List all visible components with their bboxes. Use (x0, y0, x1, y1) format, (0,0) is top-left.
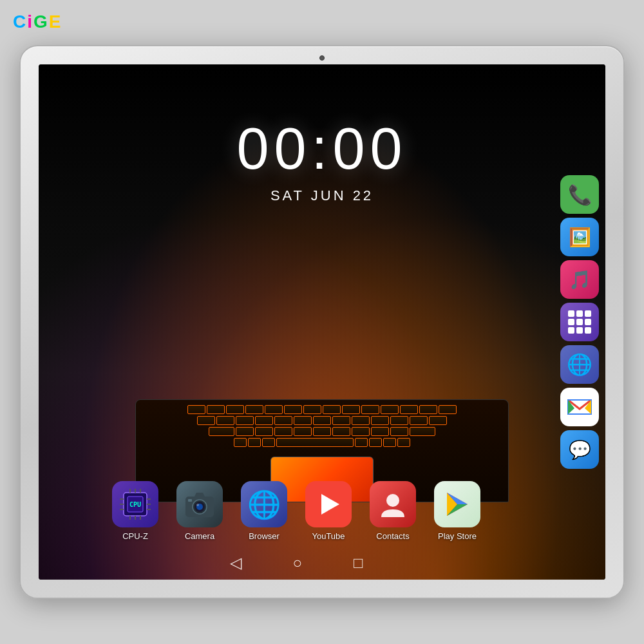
playstore-app-icon (434, 481, 480, 527)
dot (568, 310, 574, 317)
key (274, 416, 292, 425)
sidebar-icon-music[interactable]: 🎵 (560, 260, 599, 299)
app-browser[interactable]: 🌐 Browser (241, 481, 287, 541)
contacts-icon (376, 488, 410, 521)
camera-icon (183, 488, 216, 521)
key (236, 427, 254, 436)
page-wrapper: CiGE (0, 0, 644, 644)
app-camera[interactable]: Camera (176, 481, 223, 541)
clock-display: 00:00 SAT JUN 22 (39, 116, 605, 204)
nav-recent-button[interactable]: □ (354, 554, 363, 572)
key (274, 427, 292, 436)
cpuz-icon: CPU (118, 488, 152, 521)
key (226, 405, 244, 414)
app-youtube[interactable]: YouTube (305, 481, 352, 541)
dot (585, 310, 591, 317)
sidebar-icon-gallery[interactable]: 🖼️ (560, 218, 599, 256)
youtube-app-icon (305, 481, 352, 527)
youtube-label: YouTube (312, 531, 345, 541)
key (284, 405, 302, 414)
key (400, 405, 418, 414)
nav-home-button[interactable]: ○ (293, 554, 303, 572)
logo-g: G (33, 12, 49, 32)
key (429, 416, 447, 425)
key (207, 405, 225, 414)
key (255, 416, 273, 425)
svg-point-22 (196, 504, 199, 506)
key (255, 427, 273, 436)
gallery-icon: 🖼️ (569, 227, 591, 248)
app-playstore[interactable]: Play Store (434, 481, 480, 541)
dot (576, 319, 583, 325)
dot (585, 327, 591, 334)
youtube-play-icon (321, 494, 339, 515)
browser-label: Browser (249, 531, 279, 541)
key (369, 438, 382, 447)
sidebar-icon-gmail[interactable] (560, 388, 599, 426)
phone-icon: 📞 (568, 184, 592, 206)
key (187, 405, 205, 414)
key-row-3 (144, 427, 500, 436)
cpuz-label: CPU-Z (122, 531, 148, 541)
key (381, 405, 399, 414)
key (245, 405, 263, 414)
key (262, 438, 275, 447)
key (248, 438, 261, 447)
key-row-1 (144, 405, 500, 414)
sidebar-icon-browser[interactable]: 🌐 (560, 345, 599, 384)
browser-globe-icon: 🌐 (247, 489, 281, 520)
key (197, 416, 215, 425)
dot (568, 319, 574, 325)
key (234, 438, 247, 447)
nav-back-button[interactable]: ◁ (230, 554, 242, 572)
sidebar-icon-apps[interactable] (560, 303, 599, 341)
key (397, 438, 410, 447)
key (303, 405, 321, 414)
logo-i: i (27, 12, 33, 32)
app-contacts[interactable]: Contacts (370, 481, 416, 541)
key (355, 438, 368, 447)
browser-app-icon: 🌐 (241, 481, 287, 527)
tablet-camera (319, 55, 325, 61)
gmail-m-icon (567, 397, 592, 417)
tablet-screen: 00:00 SAT JUN 22 📞 🖼️ 🎵 (39, 64, 605, 580)
key (209, 427, 234, 436)
camera-app-icon (176, 481, 223, 527)
contacts-label: Contacts (376, 531, 409, 541)
right-sidebar: 📞 🖼️ 🎵 (560, 175, 599, 469)
globe-icon: 🌐 (567, 352, 592, 377)
dot (576, 327, 583, 334)
clock-date: SAT JUN 22 (39, 187, 605, 204)
key (313, 416, 331, 425)
key (276, 438, 354, 447)
key (371, 427, 389, 436)
clock-time: 00:00 (39, 116, 605, 182)
key (342, 405, 360, 414)
sidebar-icon-messages[interactable]: 💬 (560, 430, 599, 469)
playstore-icon (443, 490, 471, 518)
nav-bar: ◁ ○ □ (39, 554, 554, 572)
app-cpuz[interactable]: CPU (112, 481, 158, 541)
key (236, 416, 254, 425)
cige-logo: CiGE (13, 12, 62, 32)
cpuz-app-icon: CPU (112, 481, 158, 527)
dot (576, 310, 583, 317)
contacts-app-icon (370, 481, 416, 527)
camera-label: Camera (185, 531, 214, 541)
key (313, 427, 331, 436)
dot (568, 327, 574, 334)
key (383, 438, 396, 447)
key (294, 416, 312, 425)
key (323, 405, 341, 414)
dot (585, 319, 591, 325)
key (294, 427, 312, 436)
key-row-2 (144, 416, 500, 425)
sidebar-icon-phone[interactable]: 📞 (560, 175, 599, 214)
svg-point-24 (386, 494, 399, 507)
key (332, 427, 350, 436)
key-row-4 (144, 438, 500, 447)
keyboard-keys (136, 400, 508, 452)
logo-c: C (13, 12, 27, 32)
key (352, 416, 370, 425)
svg-text:CPU: CPU (129, 501, 141, 508)
